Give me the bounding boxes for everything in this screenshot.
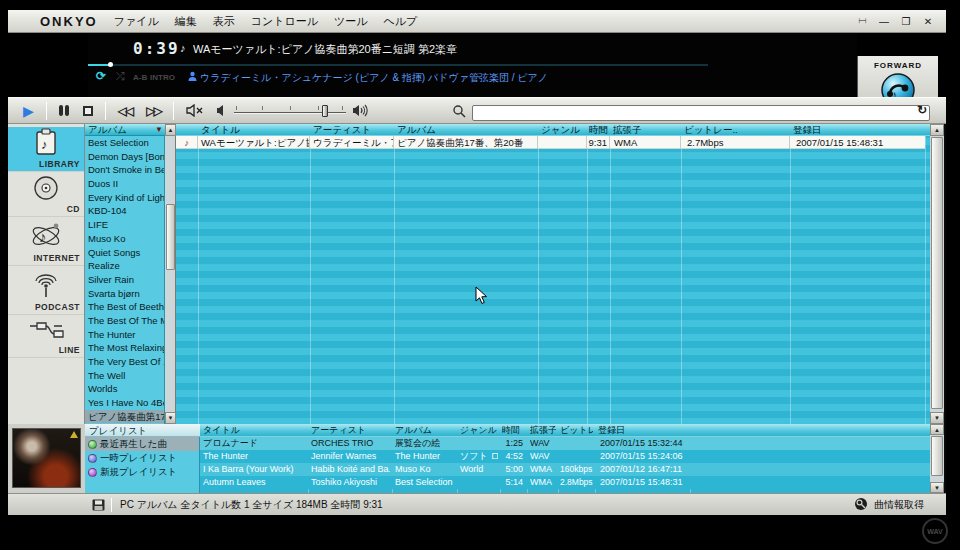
dropdown-icon[interactable]: ▼: [155, 124, 163, 136]
menu-item-file[interactable]: ファイル: [114, 14, 159, 29]
album-list-scrollbar[interactable]: ▲ ▼: [165, 124, 176, 424]
scrollbar-thumb[interactable]: [931, 137, 943, 409]
maximize-icon[interactable]: ❐: [900, 16, 912, 27]
col-album[interactable]: アルバム: [395, 424, 455, 437]
scroll-down-icon[interactable]: ▼: [930, 412, 944, 424]
col-time[interactable]: 時間: [502, 424, 525, 437]
album-item[interactable]: Silver Rain: [85, 273, 164, 287]
col-title[interactable]: タイトル: [201, 124, 307, 136]
window-controls: ⌶ — ❐ ✕: [856, 15, 934, 27]
track-title: WAモーツァルト:ピアノ協奏曲第20番ニ短調 第2楽章: [193, 42, 753, 57]
album-item-selected[interactable]: ピアノ協奏曲第17番..: [85, 410, 164, 424]
shuffle-icon[interactable]: ⤮: [116, 70, 125, 83]
album-item[interactable]: Best Selection: [85, 136, 164, 150]
album-item[interactable]: Worlds: [85, 382, 164, 396]
volume-slider[interactable]: [234, 103, 346, 119]
progress-track[interactable]: [88, 64, 708, 66]
album-item[interactable]: KBD-104: [85, 204, 164, 218]
album-item[interactable]: Every Kind of Light: [85, 191, 164, 205]
device-icon[interactable]: [92, 499, 105, 511]
col-genre[interactable]: ジャンル: [460, 424, 498, 437]
cell-album: 展覧会の絵: [395, 437, 455, 450]
album-item[interactable]: The Hunter: [85, 328, 164, 342]
menu-item-help[interactable]: ヘルプ: [384, 14, 418, 29]
volume-thumb[interactable]: [322, 105, 328, 117]
col-date[interactable]: 登録日: [598, 424, 688, 437]
album-item[interactable]: Quiet Songs: [85, 246, 164, 260]
album-list-header[interactable]: アルバム ▼: [85, 124, 165, 136]
sidebar-item-library[interactable]: ♪ LIBRARY: [8, 127, 84, 172]
col-time[interactable]: 時間: [589, 124, 609, 136]
compact-mode-icon[interactable]: ⌶: [856, 15, 868, 27]
playlist-row[interactable]: Autumn Leaves Toshiko Akiyoshi Best Sele…: [200, 476, 930, 489]
album-item[interactable]: Realize: [85, 259, 164, 273]
minimize-icon[interactable]: —: [878, 16, 890, 27]
playlist-row[interactable]: プロムナード ORCHES TRIO 展覧会の絵 1:25 WAV 2007/0…: [200, 437, 930, 450]
album-item[interactable]: Svarta bjørn: [85, 287, 164, 301]
photo-watermark: WAV: [922, 518, 948, 544]
album-item[interactable]: Duos II: [85, 177, 164, 191]
cell-ext: WMA: [530, 476, 556, 489]
scrollbar-thumb[interactable]: [931, 436, 943, 476]
cell-genre: ソフト ロッ..: [460, 450, 498, 463]
album-item[interactable]: LIFE: [85, 218, 164, 232]
col-ext[interactable]: 拡張子: [613, 124, 678, 136]
stop-button[interactable]: [76, 101, 100, 121]
sidebar-item-cd[interactable]: CD: [8, 175, 84, 217]
album-item[interactable]: Muso Ko: [85, 232, 164, 246]
col-bitrate[interactable]: ビットレー..: [560, 424, 593, 437]
scroll-down-icon[interactable]: ▼: [930, 482, 944, 493]
menu-item-edit[interactable]: 編集: [175, 14, 197, 29]
col-bitrate[interactable]: ビットレー..: [684, 124, 787, 136]
album-item[interactable]: Don't Smoke in Bed: [85, 163, 164, 177]
fast-forward-button[interactable]: ▷▷: [139, 101, 167, 121]
mute-button[interactable]: [179, 101, 210, 121]
song-info-button[interactable]: 曲情報取得: [854, 497, 924, 512]
col-ext[interactable]: 拡張子: [530, 424, 556, 437]
album-item[interactable]: Demon Days [Bonu..: [85, 150, 164, 164]
repeat-icon[interactable]: ⟳: [96, 69, 106, 83]
col-title[interactable]: タイトル: [203, 424, 306, 437]
playlist-header-label: プレイリスト: [89, 425, 147, 436]
scroll-down-icon[interactable]: ▼: [165, 412, 176, 424]
scroll-up-icon[interactable]: ▲: [930, 124, 944, 136]
sidebar-item-line[interactable]: LINE: [8, 318, 84, 358]
scrollbar-thumb[interactable]: [166, 204, 175, 270]
playlist-row[interactable]: The Hunter Jennifer Warnes The Hunter ソフ…: [200, 450, 930, 463]
playlist-item-temp[interactable]: 一時プレイリスト: [85, 451, 199, 465]
search-input[interactable]: [472, 105, 930, 121]
menu-item-tools[interactable]: ツール: [334, 14, 368, 29]
playlist-table-scrollbar[interactable]: ▲ ▼: [930, 424, 944, 493]
col-artist[interactable]: アーティスト: [311, 424, 390, 437]
menu-item-control[interactable]: コントロール: [251, 14, 318, 29]
col-album[interactable]: アルバム: [397, 124, 535, 136]
track-row[interactable]: ♪ WAモーツァルト:ピアノ協奏.. ウラディーミル・アシュ.. ピアノ協奏曲第…: [176, 136, 925, 149]
album-item[interactable]: The Very Best Of ..: [85, 355, 164, 369]
playlist-item-new[interactable]: 新規プレイリスト: [85, 465, 199, 479]
scroll-up-icon[interactable]: ▲: [930, 424, 944, 435]
album-item[interactable]: The Best Of The M..: [85, 314, 164, 328]
scroll-up-icon[interactable]: ▲: [165, 124, 176, 136]
play-button[interactable]: ▶: [16, 101, 41, 121]
album-item[interactable]: The Best of Beeth..: [85, 300, 164, 314]
col-artist[interactable]: アーティスト: [313, 124, 391, 136]
album-item[interactable]: The Most Relaxing..: [85, 341, 164, 355]
cell-date: 2007/01/15 15:24:06: [600, 450, 688, 463]
pause-button[interactable]: [52, 101, 76, 121]
sidebar-item-podcast[interactable]: PODCAST: [8, 269, 84, 315]
album-item[interactable]: The Well: [85, 369, 164, 383]
cell-ext: WMA: [530, 463, 556, 476]
album-item[interactable]: Yes I Have No 4Be..: [85, 396, 164, 410]
sidebar-item-internet[interactable]: ♪ INTERNET: [8, 220, 84, 266]
track-table-scrollbar[interactable]: ▲ ▼: [930, 124, 944, 424]
note-icon: ♪: [180, 42, 186, 54]
progress-handle[interactable]: [108, 62, 113, 67]
rewind-button[interactable]: ◁◁: [111, 101, 139, 121]
playlist-row[interactable]: I Ka Barra (Your Work) Habib Koité and B…: [200, 463, 930, 476]
playlist-item-recent[interactable]: 最近再生した曲: [85, 437, 199, 451]
col-genre[interactable]: ジャンル: [541, 124, 585, 136]
menu-item-view[interactable]: 表示: [213, 14, 235, 29]
refresh-icon[interactable]: ↻: [917, 103, 927, 117]
col-date[interactable]: 登録日: [793, 124, 921, 136]
close-icon[interactable]: ✕: [922, 16, 934, 27]
